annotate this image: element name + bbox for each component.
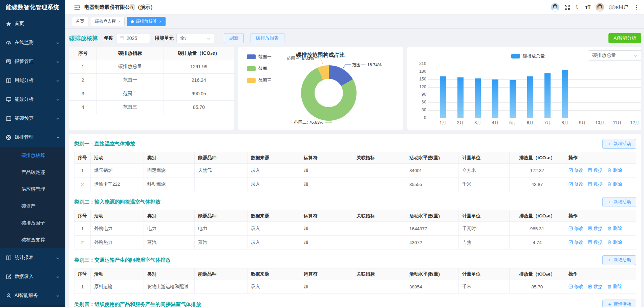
bar-3月[interactable] bbox=[475, 78, 481, 118]
y-axis-tick: 30 bbox=[413, 108, 426, 112]
x-axis-tick: 9月 bbox=[575, 120, 589, 126]
delete-link[interactable]: 删除 bbox=[607, 239, 622, 245]
more-menu-icon[interactable]: ⋮ bbox=[633, 4, 639, 10]
category-col-header: 排放量（tCO₂e） bbox=[510, 268, 565, 280]
assistant-avatar[interactable] bbox=[551, 3, 559, 11]
sidebar-subitem[interactable]: 碳排放核算 bbox=[0, 147, 65, 164]
activity-cell: 天然气 bbox=[195, 164, 248, 178]
sidebar-item-6[interactable]: 碳排管理 bbox=[0, 128, 65, 147]
activity-cell: 千瓦时 bbox=[459, 222, 510, 236]
donut-chart[interactable] bbox=[301, 65, 357, 121]
tab-0[interactable]: 首页 bbox=[72, 17, 88, 26]
dark-mode-icon[interactable]: ☾ bbox=[575, 4, 580, 10]
star-icon bbox=[6, 21, 12, 27]
app-title: 能碳数智化管理系统 bbox=[0, 0, 65, 14]
sidebar-item-7[interactable]: 统计报表 bbox=[0, 248, 65, 267]
sidebar-collapse-bar[interactable] bbox=[0, 305, 65, 307]
sidebar-item-1[interactable]: 在线监测 bbox=[0, 33, 65, 52]
sidebar-item-5[interactable]: 能碳预算 bbox=[0, 109, 65, 128]
fullscreen-icon[interactable] bbox=[564, 4, 570, 10]
sidebar-subitem[interactable]: 碳排放因子 bbox=[0, 214, 65, 231]
data-link[interactable]: 数据 bbox=[588, 181, 603, 187]
category-1-header: 类别一：直接温室气体排放 ＋ 新增活动 bbox=[74, 138, 636, 149]
close-tab-icon[interactable]: × bbox=[118, 19, 121, 24]
bar-7月[interactable] bbox=[544, 73, 551, 118]
activity-cell: 录入 bbox=[248, 222, 300, 236]
close-tab-icon[interactable]: × bbox=[159, 19, 162, 24]
category-col-header: 操作 bbox=[565, 210, 636, 222]
data-icon bbox=[588, 240, 592, 244]
bar-1月[interactable] bbox=[440, 76, 446, 118]
add-activity-button[interactable]: ＋ 新增活动 bbox=[602, 139, 636, 149]
refresh-button[interactable]: 刷新 bbox=[224, 33, 244, 43]
tab-label: 首页 bbox=[76, 19, 84, 24]
lifebuoy-icon bbox=[6, 135, 12, 140]
activity-cell: 外购热力 bbox=[91, 236, 144, 250]
y-axis-tick: 180 bbox=[413, 69, 426, 74]
delete-link[interactable]: 删除 bbox=[607, 167, 622, 173]
sidebar-item-4[interactable]: 能效分析 bbox=[0, 90, 65, 109]
delete-link[interactable]: 删除 bbox=[607, 226, 622, 232]
user-avatar[interactable] bbox=[596, 3, 604, 11]
bar-5月[interactable] bbox=[510, 80, 516, 118]
edit-icon bbox=[568, 284, 573, 289]
ai-analysis-button[interactable]: AI智能分析 bbox=[608, 33, 641, 43]
delete-link[interactable]: 删除 bbox=[607, 181, 622, 187]
edit-link[interactable]: 修改 bbox=[568, 284, 583, 290]
data-link[interactable]: 数据 bbox=[588, 239, 603, 245]
bar-legend[interactable]: 碳排放总量 bbox=[511, 53, 545, 59]
sidebar-item-8[interactable]: 数据录入 bbox=[0, 267, 65, 286]
data-link[interactable]: 数据 bbox=[588, 284, 603, 290]
ai-icon bbox=[6, 293, 12, 299]
unit-select[interactable]: 全厂 bbox=[176, 33, 214, 43]
activity-cell: 电力 bbox=[195, 222, 248, 236]
donut-legend-item[interactable]: 范围二 bbox=[247, 66, 272, 72]
activity-cell: 吉焦 bbox=[459, 236, 510, 250]
sidebar-subitem[interactable]: 产品碳足迹 bbox=[0, 164, 65, 181]
bar-6月[interactable] bbox=[527, 76, 533, 118]
sidebar-item-3[interactable]: 用能分析 bbox=[0, 71, 65, 90]
font-size-icon[interactable]: тT bbox=[585, 4, 591, 10]
add-activity-button[interactable]: ＋ 新增活动 bbox=[602, 300, 636, 307]
collapse-sidebar-icon[interactable] bbox=[74, 4, 80, 10]
category-col-header: 活动水平(数量) bbox=[406, 152, 459, 164]
y-axis-tick: 0 bbox=[413, 115, 426, 120]
tab-2[interactable]: 碳排放核算 × bbox=[127, 17, 166, 26]
tab-1[interactable]: 碳核查支撑 × bbox=[91, 17, 125, 26]
bar-8月[interactable] bbox=[562, 70, 568, 118]
category-col-header: 活动水平(数量) bbox=[406, 210, 459, 222]
activity-cell: 千米 bbox=[459, 178, 510, 191]
edit-link[interactable]: 修改 bbox=[568, 181, 583, 187]
donut-legend-item[interactable]: 范围三 bbox=[247, 77, 272, 84]
data-link[interactable]: 数据 bbox=[588, 167, 603, 173]
sidebar-subitem[interactable]: 供应链管理 bbox=[0, 181, 65, 197]
summary-cell: 1291.99 bbox=[164, 60, 234, 73]
emission-report-button[interactable]: 碳排放报告 bbox=[251, 33, 284, 43]
bar-2月[interactable] bbox=[457, 77, 464, 118]
summary-table: 序号碳排放指标碳排放量（tCO₂e） 1碳排放总量1291.992范围一216.… bbox=[69, 47, 234, 114]
add-activity-button[interactable]: ＋ 新增活动 bbox=[602, 197, 636, 207]
edit-link[interactable]: 修改 bbox=[568, 167, 583, 173]
data-link[interactable]: 数据 bbox=[588, 226, 603, 232]
summary-col-header: 序号 bbox=[69, 47, 96, 60]
year-input[interactable]: 2025 bbox=[116, 33, 150, 43]
donut-legend-item[interactable]: 范围一 bbox=[247, 54, 272, 60]
chevron-up-icon bbox=[56, 135, 60, 139]
user-name[interactable]: 演示用户 bbox=[609, 4, 628, 10]
bar-metric-value: 碳排放总量 bbox=[592, 52, 616, 58]
add-activity-button[interactable]: ＋ 新增活动 bbox=[602, 255, 636, 265]
delete-link[interactable]: 删除 bbox=[607, 284, 622, 290]
sidebar-item-2[interactable]: 报警管理 bbox=[0, 52, 65, 71]
sidebar-subitem[interactable]: 碳核查支撑 bbox=[0, 231, 65, 248]
edit-link[interactable]: 修改 bbox=[568, 226, 583, 232]
sidebar-item-9[interactable]: AI智能服务 bbox=[0, 286, 65, 305]
x-axis-tick: 8月 bbox=[558, 120, 572, 126]
bar-4月[interactable] bbox=[492, 79, 498, 118]
sidebar-item-0[interactable]: 首页 bbox=[0, 14, 65, 33]
sidebar-subitem[interactable]: 碳资产 bbox=[0, 197, 65, 214]
activity-cell: 移动燃烧 bbox=[144, 178, 195, 191]
category-col-header: 计量单位 bbox=[459, 268, 510, 280]
bar-metric-select[interactable]: 碳排放总量 bbox=[588, 50, 641, 61]
edit-link[interactable]: 修改 bbox=[568, 239, 583, 245]
main-area: 电器制造股份有限公司（演示） ☾ тT 演示用户 ⋮ 首页 bbox=[65, 0, 644, 307]
